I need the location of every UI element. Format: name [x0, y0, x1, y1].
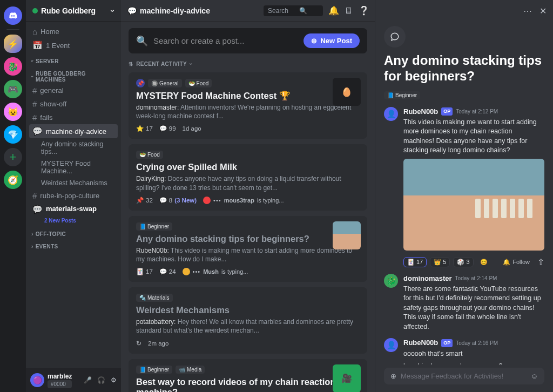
nav-home[interactable]: ⌂Home — [29, 25, 118, 38]
share-icon[interactable]: ⇧ — [537, 257, 544, 267]
post-tag: 🥗 Food — [185, 79, 212, 87]
thread-link-3[interactable]: Weirdest Mechanisms — [29, 177, 118, 189]
thread-link-1[interactable]: Any domino stacking tips... — [29, 138, 118, 158]
post-title: MYSTERY Food Machine Contest 🏆 — [136, 91, 360, 101]
post-time: 1d ago — [183, 125, 201, 132]
reaction-count: ⭐17 — [136, 125, 153, 132]
avatar[interactable]: 👤 — [384, 107, 398, 121]
channel-materials[interactable]: 💬materials-swap 2 New Posts — [29, 202, 118, 226]
post-snippet: DairyKing: Does anyone have any tips on … — [136, 174, 360, 192]
channel-sidebar: Rube Goldberg › ⌂Home 📅1 Event SERVER RU… — [26, 0, 121, 392]
post-thumbnail: 🥚 — [333, 78, 361, 106]
post-title: Any domino stacking tips for beginners? — [136, 234, 360, 244]
explore-icon[interactable]: 🧭 — [4, 171, 22, 189]
pin-icon[interactable]: 🖥 — [343, 6, 353, 16]
post-time: 2m ago — [148, 340, 168, 347]
forum-post[interactable]: 🔩 Materials Weirdest Mechanisms potatoba… — [129, 287, 367, 353]
new-post-button[interactable]: ⊕ New Post — [304, 33, 360, 48]
category-events[interactable]: ›EVENTS — [29, 238, 118, 251]
mic-icon[interactable]: 🎤 — [84, 376, 92, 384]
server-icon-3[interactable]: 🎮 — [4, 80, 22, 98]
post-snippet: potatobattery: Hey there! We all know th… — [136, 317, 360, 335]
add-reaction-icon[interactable]: 😊 — [477, 258, 491, 267]
more-icon[interactable]: ⋯ — [523, 6, 532, 16]
nav-event[interactable]: 📅1 Event — [29, 38, 118, 52]
comment-count: 💬 8 (3 New) — [159, 197, 197, 204]
msg-text: This video is making me want to start ad… — [403, 118, 544, 156]
server-icon-2[interactable]: 🐉 — [4, 57, 22, 76]
forum-post[interactable]: 🎥 📘 Beginner 📹 Media Best way to record … — [129, 359, 367, 393]
category-server[interactable]: SERVER — [29, 52, 118, 65]
channel-fails[interactable]: #fails — [29, 111, 118, 124]
follow-button[interactable]: 🔔 Follow — [503, 259, 530, 266]
comment-count: 💬 99 — [159, 125, 176, 132]
msg-author[interactable]: RubeN00b — [403, 107, 438, 117]
user-panel: 🟣 marblez #0000 🎤 🎧 ⚙ — [26, 368, 121, 392]
post-tag: 🥗 Food — [136, 151, 163, 159]
category-machines[interactable]: RUBE GOLDBERG MACHINES — [29, 65, 118, 84]
help-icon[interactable]: ❔ — [359, 5, 368, 16]
server-header[interactable]: Rube Goldberg › — [26, 0, 121, 22]
channel-popculture[interactable]: #rube-in-pop-culture — [29, 189, 118, 202]
new-posts-badge: 2 New Posts — [44, 218, 76, 224]
server-icon-selected[interactable]: ⚡ — [4, 35, 22, 53]
sort-dropdown[interactable]: ⇅ RECENT ACTIVITY › — [129, 61, 367, 67]
topbar-search[interactable]: Search 🔍 — [264, 5, 323, 16]
reaction-bar: 🃏17 👑5 🎲3 😊 🔔 Follow ⇧ — [403, 257, 544, 267]
avatar[interactable]: 🐉 — [384, 274, 398, 288]
attach-icon[interactable]: ⊕ — [390, 372, 396, 380]
notification-icon[interactable]: 🔔 — [328, 5, 338, 16]
headphones-icon[interactable]: 🎧 — [97, 376, 105, 384]
forum-post[interactable]: 🥚 📌 🔘 General 🥗 Food MYSTERY Food Machin… — [129, 72, 367, 139]
forum-post[interactable]: 🥗 Food Crying over Spilled Milk DairyKin… — [129, 144, 367, 210]
channel-topbar: 💬 machine-diy-advice Search 🔍 🔔 🖥 ❔ — [121, 0, 375, 22]
msg-author[interactable]: dominomaster — [403, 274, 452, 283]
channel-showoff[interactable]: #show-off — [29, 97, 118, 111]
msg-text: oooooh that's smart — [403, 349, 544, 359]
msg-text: There are some fantastic YouTube resourc… — [403, 285, 544, 332]
forum-icon: 💬 — [127, 6, 137, 15]
msg-author[interactable]: RubeN00b — [403, 338, 438, 348]
post-tag: 📘 Beginner — [136, 366, 172, 374]
close-icon[interactable]: ✕ — [539, 6, 547, 16]
thread-link-2[interactable]: MYSTERY Food Machine... — [29, 158, 118, 177]
thread-tag: 📘 Beginner — [384, 91, 420, 99]
thread-panel: ⋯ ✕ Any domino stacking tips for beginne… — [375, 0, 553, 392]
hash-icon: # — [32, 191, 37, 200]
settings-icon[interactable]: ⚙ — [111, 376, 117, 384]
add-server-icon[interactable]: + — [4, 148, 22, 166]
username: marblez — [48, 373, 72, 380]
post-tag: 📹 Media — [176, 366, 205, 374]
reaction[interactable]: 🃏17 — [403, 257, 427, 267]
reaction[interactable]: 👑5 — [430, 257, 450, 267]
hash-icon: # — [32, 86, 37, 95]
thread-icon — [384, 26, 406, 48]
message-input[interactable]: ⊕ Message Feedback for Activities! ☺ — [384, 368, 544, 384]
post-tag: 📘 Beginner — [136, 222, 172, 231]
user-avatar[interactable]: 🟣 — [30, 373, 44, 387]
server-icon-4[interactable]: 😺 — [4, 103, 22, 121]
post-tag: 🔘 General — [148, 79, 182, 87]
msg-timestamp: Today at 2:16 PM — [456, 340, 498, 347]
discord-home-icon[interactable] — [4, 6, 22, 25]
post-thumbnail: 🎥 — [333, 364, 361, 393]
home-icon: ⌂ — [32, 27, 37, 36]
msg-text: how big do you make your gaps? — [403, 362, 544, 364]
forum-main: 💬 machine-diy-advice Search 🔍 🔔 🖥 ❔ 🔍 Se… — [121, 0, 375, 392]
reaction[interactable]: 🎲3 — [453, 257, 473, 267]
channel-advice[interactable]: 💬machine-diy-advice — [29, 124, 118, 138]
forum-search-bar[interactable]: 🔍 Search or create a post... ⊕ New Post — [129, 28, 367, 53]
avatar[interactable]: 👤 — [384, 338, 398, 352]
msg-timestamp: Today at 2:14 PM — [455, 275, 497, 282]
reaction-count: 📌32 — [136, 197, 153, 204]
plus-icon: ⊕ — [311, 37, 317, 45]
post-tag: 🔩 Materials — [136, 294, 173, 302]
embedded-image[interactable] — [403, 159, 544, 251]
server-icon-5[interactable]: 💎 — [4, 125, 22, 144]
forum-post[interactable]: 📘 Beginner Any domino stacking tips for … — [129, 216, 367, 282]
channel-general[interactable]: #general — [29, 84, 118, 97]
category-offtopic[interactable]: ›OFF-TOPIC — [29, 226, 118, 238]
pinned-icon: 📌 — [136, 79, 145, 87]
chevron-down-icon: › — [188, 63, 194, 65]
emoji-icon[interactable]: ☺ — [531, 372, 538, 380]
